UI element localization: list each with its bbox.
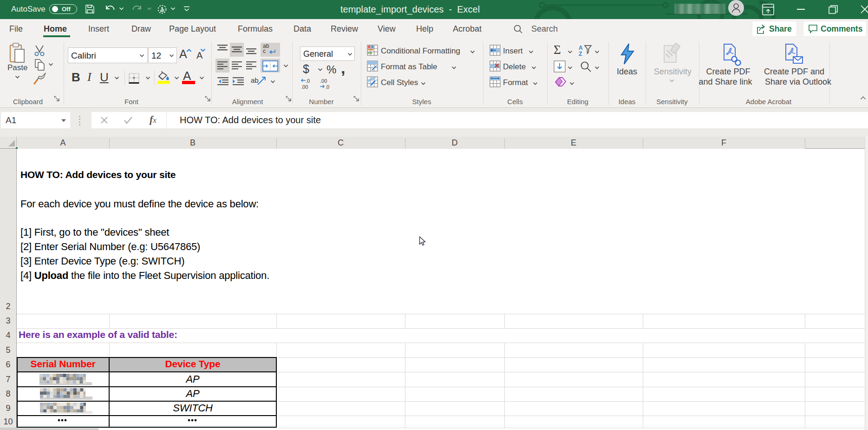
svg-text:.0: .0 xyxy=(325,84,329,90)
svg-text:.00: .00 xyxy=(301,84,308,90)
svg-text:.0: .0 xyxy=(306,78,310,84)
svg-text:.00: .00 xyxy=(320,78,327,84)
svg-text:Z: Z xyxy=(579,51,582,57)
svg-text:A: A xyxy=(579,45,583,51)
